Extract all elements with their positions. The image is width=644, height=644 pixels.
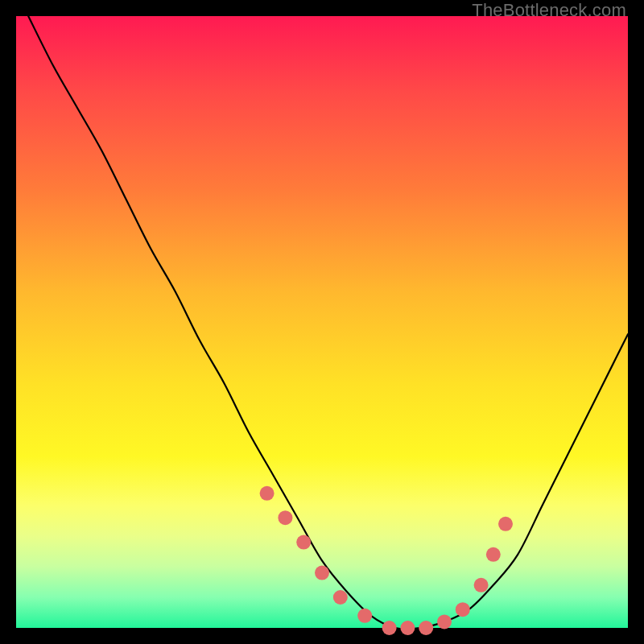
marker-dot [400, 621, 415, 635]
plot-area [16, 16, 628, 628]
marker-dot [382, 621, 397, 635]
marker-dot [315, 566, 329, 580]
marker-dot [498, 517, 513, 531]
marker-dot [486, 547, 501, 562]
curve-svg [16, 16, 628, 628]
marker-dot [357, 609, 372, 623]
marker-dot [474, 578, 489, 592]
marker-dot [333, 590, 348, 605]
marker-dot [456, 602, 470, 617]
marker-dot [278, 510, 292, 525]
marker-dot [419, 621, 433, 635]
marker-group [260, 486, 513, 635]
bottleneck-curve-path [28, 16, 628, 629]
chart-frame: TheBottleneck.com [0, 0, 644, 644]
marker-dot [296, 535, 311, 550]
marker-dot [260, 486, 275, 501]
marker-dot [437, 614, 452, 629]
